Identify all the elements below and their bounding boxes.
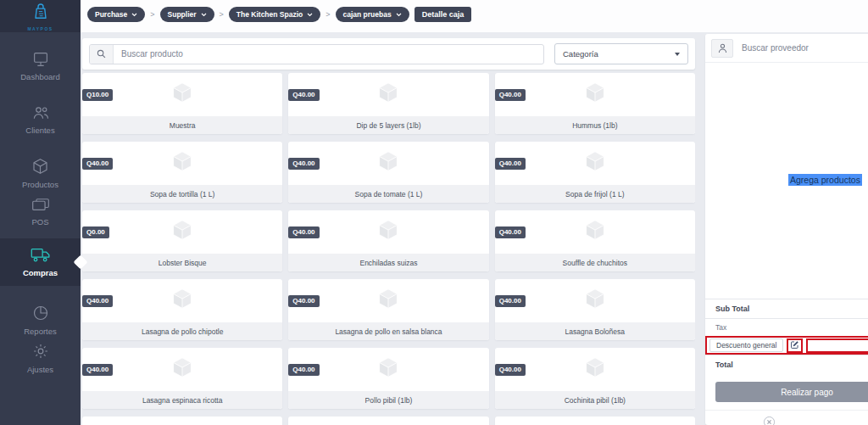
monitor-icon [32, 52, 49, 69]
product-card-partial[interactable] [495, 417, 695, 425]
cube-icon [171, 288, 193, 314]
cube-icon [377, 356, 399, 383]
cube-icon [171, 150, 193, 176]
sidebar-item-ajustes[interactable]: Ajustes [0, 339, 81, 377]
product-card[interactable]: Q0.00 Lobster Bisque [82, 210, 282, 271]
tax-label: Tax [715, 323, 726, 332]
chevron-down-icon [307, 10, 313, 19]
product-card[interactable]: Q40.00 Cochinita pibil (1lb) [495, 348, 695, 409]
cube-icon [171, 81, 193, 108]
product-card[interactable]: Q40.00 Lasagna Boloñesa [495, 279, 695, 340]
product-card[interactable]: Q40.00 Pollo pibil (1lb) [288, 348, 488, 409]
total-row: Total [705, 355, 868, 374]
product-card[interactable]: Q10.00 Muestra [82, 73, 282, 134]
breadcrumb-supplier[interactable]: Supplier [160, 7, 214, 22]
users-icon [31, 105, 50, 122]
sidebar-item-label: Dashboard [20, 72, 59, 81]
close-cart-button[interactable] [763, 416, 776, 425]
product-name: Lasagna Boloñesa [495, 322, 695, 340]
product-card[interactable]: Q40.00 Lasagna espinaca ricotta [82, 348, 282, 409]
user-icon [711, 39, 733, 58]
product-card[interactable]: Q40.00 Lasagna de pollo en salsa blanca [288, 279, 488, 340]
price-badge: Q40.00 [82, 295, 113, 307]
breadcrumb-separator: > [150, 10, 154, 19]
price-badge: Q10.00 [82, 89, 113, 101]
cube-icon [584, 150, 606, 176]
realizar-pago-button[interactable]: Realizar pago [715, 382, 868, 402]
category-select[interactable]: Categoría [554, 43, 688, 64]
category-label: Categoría [563, 49, 598, 59]
product-card-partial[interactable] [82, 417, 282, 425]
product-card[interactable]: Q40.00 Dip de 5 layers (1lb) [288, 73, 488, 134]
sidebar-item-pos[interactable]: POS [0, 193, 81, 231]
product-card[interactable]: Q40.00 Lasagna de pollo chipotle [82, 279, 282, 340]
cube-icon [377, 150, 399, 176]
breadcrumb-current-detalle-caja[interactable]: Detalle caja [415, 7, 472, 22]
sidebar-item-dashboard[interactable]: Dashboard [0, 48, 81, 86]
cube-icon [377, 219, 399, 245]
price-badge: Q40.00 [82, 364, 113, 376]
sidebar-item-reportes[interactable]: Reportes [0, 301, 81, 339]
chevron-down-icon [131, 10, 137, 19]
product-card-partial[interactable] [288, 417, 488, 425]
product-toolbar: Categoría [82, 38, 695, 70]
product-grid: Q10.00 Muestra Q40.00 Dip de 5 layers (1… [82, 73, 695, 425]
cube-icon [171, 356, 193, 383]
product-name: Lasagna espinaca ricotta [82, 391, 282, 409]
product-name: Cochinita pibil (1lb) [495, 391, 695, 409]
cube-icon [584, 356, 606, 383]
subtotal-row: Sub Total [705, 299, 868, 318]
product-card[interactable]: Q40.00 Souffle de chuchitos [495, 210, 695, 271]
product-name: Sopa de frijol (1 L) [495, 185, 695, 203]
product-search-box [89, 44, 544, 64]
tax-row: Tax [705, 318, 868, 336]
breadcrumb-cajan-pruebas[interactable]: cajan pruebas [336, 7, 409, 22]
product-card[interactable]: Q40.00 Enchiladas suizas [288, 210, 488, 271]
discount-value-input[interactable] [806, 338, 868, 353]
sidebar-item-compras[interactable]: Compras [0, 238, 81, 286]
pie-chart-icon [32, 305, 49, 323]
breadcrumb-separator: > [326, 10, 330, 19]
product-card[interactable]: Q40.00 Sopa de tortilla (1 L) [82, 142, 282, 203]
product-name: Enchiladas suizas [288, 254, 488, 271]
product-name: Dip de 5 layers (1lb) [288, 116, 488, 134]
sidebar: MAYPOS Dashboard Clientes Productos POS … [0, 0, 81, 425]
price-badge: Q40.00 [82, 158, 113, 170]
subtotal-label: Sub Total [715, 305, 749, 313]
logo-text: MAYPOS [27, 26, 53, 31]
breadcrumb-label: The Kitchen Spazio [236, 10, 303, 19]
product-search-input[interactable] [114, 49, 543, 59]
close-circle-icon [763, 418, 776, 425]
sidebar-item-label: Compras [23, 268, 58, 277]
supplier-panel: Agrega productos Sub Total Tax Descuento… [705, 34, 868, 425]
sidebar-item-label: Reportes [24, 327, 57, 336]
breadcrumb-kitchen-spazio[interactable]: The Kitchen Spazio [229, 7, 320, 22]
truck-icon [31, 247, 51, 265]
chevron-down-icon [201, 10, 207, 19]
product-card[interactable]: Q40.00 Hummus (1lb) [495, 73, 695, 134]
cube-icon [377, 81, 399, 108]
chevron-down-icon [396, 10, 402, 19]
product-card[interactable]: Q40.00 Sopa de tomate (1 L) [288, 142, 488, 203]
panel-footer [705, 410, 868, 425]
cart-empty-area: Agrega productos [705, 63, 868, 299]
sidebar-item-label: Clientes [25, 126, 54, 135]
product-card[interactable]: Q40.00 Sopa de frijol (1 L) [495, 142, 695, 203]
add-products-hint: Agrega productos [788, 174, 862, 186]
price-badge: Q40.00 [288, 364, 319, 376]
breadcrumb-purchase[interactable]: Purchase [87, 7, 145, 22]
product-name: Lobster Bisque [82, 254, 282, 271]
edit-icon [790, 339, 799, 352]
breadcrumb: Purchase > Supplier > The Kitchen Spazio… [87, 7, 471, 22]
sidebar-item-productos[interactable]: Productos [0, 154, 81, 193]
price-badge: Q40.00 [288, 226, 319, 238]
gear-icon [32, 343, 49, 361]
price-badge: Q40.00 [495, 89, 526, 101]
edit-discount-button[interactable] [787, 338, 803, 353]
product-name: Sopa de tortilla (1 L) [82, 185, 282, 203]
supplier-search-input[interactable] [733, 43, 868, 53]
supplier-search-box [705, 34, 868, 63]
sidebar-item-clientes[interactable]: Clientes [0, 101, 81, 139]
total-label: Total [715, 361, 733, 369]
sidebar-item-label: Productos [22, 180, 58, 189]
